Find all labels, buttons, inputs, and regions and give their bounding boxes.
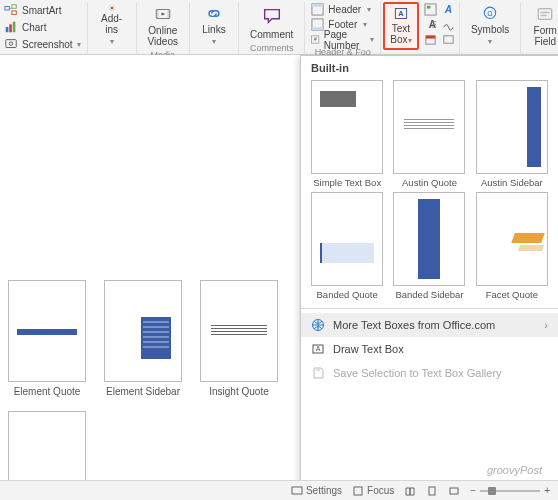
chart-button[interactable]: Chart <box>4 19 81 35</box>
addins-button[interactable]: Add-ins▾ <box>94 2 130 50</box>
signature-icon <box>442 18 455 31</box>
symbols-icon: Ω <box>479 5 501 22</box>
svg-point-7 <box>9 42 13 46</box>
header-icon <box>311 3 324 16</box>
thumb-insight-quote[interactable]: Insight Quote <box>200 280 278 397</box>
focus-icon <box>352 485 364 497</box>
zoom-track[interactable] <box>480 490 540 492</box>
svg-text:#: # <box>314 37 317 42</box>
comments-group-label: Comments <box>245 43 298 54</box>
object-icon <box>442 33 455 46</box>
read-icon <box>404 485 416 497</box>
page-number-button[interactable]: # Page Number▾ <box>309 32 376 47</box>
video-icon <box>152 5 174 23</box>
comment-button[interactable]: Comment <box>245 2 298 43</box>
svg-rect-27 <box>444 35 453 42</box>
svg-rect-22 <box>427 5 431 8</box>
gallery-item-label: Simple Text Box <box>313 177 381 188</box>
links-label: Links <box>202 24 225 35</box>
gallery-item-banded-sidebar[interactable]: Banded Sidebar <box>391 192 467 300</box>
zoom-thumb[interactable] <box>488 487 496 495</box>
smartart-label: SmartArt <box>22 5 61 16</box>
gallery-item-simple-text-box[interactable]: Simple Text Box <box>309 80 385 188</box>
read-mode-button[interactable] <box>404 485 416 497</box>
svg-rect-14 <box>312 4 323 7</box>
symbols-button[interactable]: Ω Symbols▾ <box>466 2 514 50</box>
form-field-button[interactable]: Form Field <box>527 2 558 50</box>
thumb-label: Element Sidebar <box>106 386 180 397</box>
gallery-item-facet-quote[interactable]: Facet Quote <box>474 192 550 300</box>
header-button[interactable]: Header▾ <box>309 2 376 17</box>
screenshot-label: Screenshot <box>22 39 73 50</box>
svg-rect-30 <box>539 9 553 20</box>
menu-label: Draw Text Box <box>333 343 404 355</box>
comment-label: Comment <box>250 29 293 40</box>
text-box-button[interactable]: A Text Box▾ <box>383 2 419 50</box>
date-time-button[interactable] <box>423 32 439 46</box>
thumb-element-sidebar[interactable]: Element Sidebar <box>104 280 182 397</box>
online-videos-label: Online Videos <box>148 25 178 47</box>
textbox-thumb-row: Element Quote Element Sidebar Insight Qu… <box>8 280 300 500</box>
web-layout-button[interactable] <box>448 485 460 497</box>
menu-draw-text-box[interactable]: A Draw Text Box <box>301 337 558 361</box>
signature-button[interactable] <box>441 17 457 31</box>
svg-rect-37 <box>292 487 302 494</box>
print-layout-icon <box>426 485 438 497</box>
form-field-label: Form Field <box>532 25 558 47</box>
text-mini-buttons: A A <box>419 2 457 50</box>
watermark: groovyPost <box>487 464 542 476</box>
focus-label: Focus <box>367 485 394 496</box>
footer-icon <box>311 18 324 31</box>
zoom-out-icon[interactable]: − <box>470 485 476 496</box>
comments-group: Comment Comments <box>239 2 305 54</box>
focus-button[interactable]: Focus <box>352 485 394 497</box>
online-videos-button[interactable]: Online Videos <box>143 2 183 50</box>
gallery-item-austin-sidebar[interactable]: Austin Sidebar <box>474 80 550 188</box>
dropcap-button[interactable]: A <box>423 17 439 31</box>
wordart-icon: A <box>442 3 455 16</box>
gallery-item-label: Banded Sidebar <box>395 289 463 300</box>
display-settings-button[interactable]: Settings <box>291 485 342 497</box>
gallery-item-label: Banded Quote <box>317 289 378 300</box>
media-group: Online Videos Media <box>137 2 190 54</box>
wordart-button[interactable]: A <box>441 2 457 16</box>
screenshot-button[interactable]: Screenshot ▾ <box>4 36 81 52</box>
svg-rect-6 <box>6 40 17 48</box>
links-group: Links▾ <box>190 2 239 54</box>
zoom-slider[interactable]: − + <box>470 485 550 496</box>
menu-more-from-office[interactable]: More Text Boxes from Office.com › <box>301 313 558 337</box>
gallery-item-label: Austin Sidebar <box>481 177 543 188</box>
svg-rect-31 <box>541 12 550 14</box>
symbols-label: Symbols <box>471 24 509 35</box>
menu-label: Save Selection to Text Box Gallery <box>333 367 502 379</box>
quick-parts-button[interactable] <box>423 2 439 16</box>
chevron-right-icon: › <box>544 319 548 331</box>
object-button[interactable] <box>441 32 457 46</box>
document-canvas[interactable] <box>0 55 300 285</box>
svg-rect-2 <box>12 11 16 15</box>
gallery-item-austin-quote[interactable]: Austin Quote <box>391 80 467 188</box>
print-layout-button[interactable] <box>426 485 438 497</box>
status-bar: Settings Focus − + <box>0 480 558 500</box>
svg-rect-16 <box>312 27 323 30</box>
screenshot-icon <box>4 37 18 51</box>
gallery-item-banded-quote[interactable]: Banded Quote <box>309 192 385 300</box>
menu-label: More Text Boxes from Office.com <box>333 319 495 331</box>
thumb-element-quote[interactable]: Element Quote <box>8 280 86 397</box>
links-button[interactable]: Links▾ <box>196 2 232 50</box>
gallery-grid: Simple Text Box Austin Quote Austin Side… <box>301 78 558 306</box>
text-box-gallery: Built-in Simple Text Box Austin Quote Au… <box>300 55 558 500</box>
svg-rect-39 <box>429 487 435 495</box>
date-icon <box>424 33 437 46</box>
svg-rect-0 <box>5 7 9 11</box>
quick-parts-icon <box>424 3 437 16</box>
gallery-item-label: Austin Quote <box>402 177 457 188</box>
form-field-icon <box>534 5 556 23</box>
svg-rect-1 <box>12 5 16 9</box>
symbols-group: Ω Symbols▾ <box>460 2 521 54</box>
zoom-in-icon[interactable]: + <box>544 485 550 496</box>
web-layout-icon <box>448 485 460 497</box>
settings-label: Settings <box>306 485 342 496</box>
header-label: Header <box>328 4 361 15</box>
smartart-button[interactable]: SmartArt <box>4 2 81 18</box>
